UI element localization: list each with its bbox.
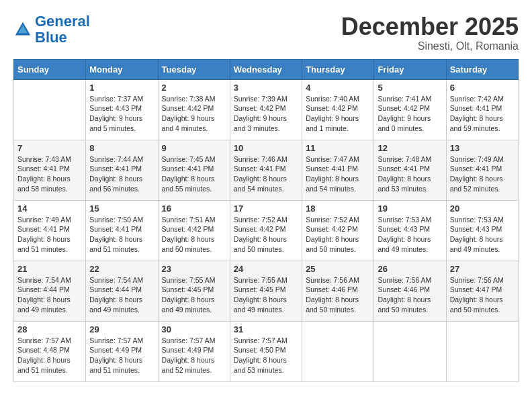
calendar-cell: 9Sunrise: 7:45 AM Sunset: 4:41 PM Daylig… <box>158 140 230 200</box>
week-row-1: 1Sunrise: 7:37 AM Sunset: 4:43 PM Daylig… <box>14 79 519 140</box>
week-row-3: 14Sunrise: 7:49 AM Sunset: 4:41 PM Dayli… <box>14 200 519 261</box>
calendar-cell: 22Sunrise: 7:54 AM Sunset: 4:44 PM Dayli… <box>86 261 158 321</box>
weekday-header-tuesday: Tuesday <box>158 59 230 79</box>
day-number: 25 <box>306 264 370 274</box>
day-number: 30 <box>162 324 226 334</box>
day-info: Sunrise: 7:45 AM Sunset: 4:41 PM Dayligh… <box>162 154 226 194</box>
calendar-cell: 30Sunrise: 7:57 AM Sunset: 4:49 PM Dayli… <box>158 321 230 381</box>
day-info: Sunrise: 7:47 AM Sunset: 4:41 PM Dayligh… <box>306 154 370 194</box>
location: Sinesti, Olt, Romania <box>341 40 519 52</box>
logo-line2: Blue <box>35 29 67 46</box>
day-number: 8 <box>89 143 154 153</box>
calendar-cell: 25Sunrise: 7:56 AM Sunset: 4:46 PM Dayli… <box>302 261 374 321</box>
day-number: 31 <box>234 324 298 334</box>
title-block: December 2025 Sinesti, Olt, Romania <box>341 13 519 52</box>
day-info: Sunrise: 7:53 AM Sunset: 4:43 PM Dayligh… <box>378 215 442 255</box>
logo-text: General Blue <box>35 13 90 46</box>
day-number: 3 <box>234 83 298 93</box>
weekday-header-monday: Monday <box>86 59 158 79</box>
day-number: 24 <box>234 264 298 274</box>
day-info: Sunrise: 7:46 AM Sunset: 4:41 PM Dayligh… <box>234 154 298 194</box>
day-number: 28 <box>17 324 82 334</box>
day-info: Sunrise: 7:54 AM Sunset: 4:44 PM Dayligh… <box>17 275 82 315</box>
day-number: 7 <box>17 143 82 153</box>
day-info: Sunrise: 7:56 AM Sunset: 4:47 PM Dayligh… <box>450 275 515 315</box>
calendar-cell: 23Sunrise: 7:55 AM Sunset: 4:45 PM Dayli… <box>158 261 230 321</box>
weekday-header-sunday: Sunday <box>14 59 86 79</box>
day-number: 16 <box>162 203 226 214</box>
calendar-cell: 26Sunrise: 7:56 AM Sunset: 4:46 PM Dayli… <box>374 261 446 321</box>
calendar-cell: 14Sunrise: 7:49 AM Sunset: 4:41 PM Dayli… <box>14 200 86 261</box>
day-number: 23 <box>162 264 226 274</box>
day-info: Sunrise: 7:42 AM Sunset: 4:41 PM Dayligh… <box>450 94 515 134</box>
calendar-cell: 5Sunrise: 7:41 AM Sunset: 4:42 PM Daylig… <box>374 79 446 140</box>
calendar-cell: 16Sunrise: 7:51 AM Sunset: 4:42 PM Dayli… <box>158 200 230 261</box>
calendar-cell: 18Sunrise: 7:52 AM Sunset: 4:42 PM Dayli… <box>302 200 374 261</box>
day-info: Sunrise: 7:57 AM Sunset: 4:48 PM Dayligh… <box>17 336 82 375</box>
day-number: 11 <box>306 143 370 153</box>
day-info: Sunrise: 7:52 AM Sunset: 4:42 PM Dayligh… <box>234 215 298 255</box>
day-number: 1 <box>89 83 154 93</box>
calendar-cell: 15Sunrise: 7:50 AM Sunset: 4:41 PM Dayli… <box>86 200 158 261</box>
calendar-cell <box>446 321 518 381</box>
day-info: Sunrise: 7:40 AM Sunset: 4:42 PM Dayligh… <box>306 94 370 134</box>
calendar-cell: 31Sunrise: 7:57 AM Sunset: 4:50 PM Dayli… <box>230 321 302 381</box>
day-number: 22 <box>89 264 154 274</box>
week-row-5: 28Sunrise: 7:57 AM Sunset: 4:48 PM Dayli… <box>14 321 519 381</box>
calendar-cell: 2Sunrise: 7:38 AM Sunset: 4:42 PM Daylig… <box>158 79 230 140</box>
day-number: 21 <box>17 264 82 274</box>
day-number: 9 <box>162 143 226 153</box>
calendar-cell: 24Sunrise: 7:55 AM Sunset: 4:45 PM Dayli… <box>230 261 302 321</box>
day-info: Sunrise: 7:55 AM Sunset: 4:45 PM Dayligh… <box>234 275 298 315</box>
day-number: 26 <box>378 264 442 274</box>
calendar-cell <box>374 321 446 381</box>
calendar-cell: 4Sunrise: 7:40 AM Sunset: 4:42 PM Daylig… <box>302 79 374 140</box>
day-info: Sunrise: 7:52 AM Sunset: 4:42 PM Dayligh… <box>306 215 370 255</box>
calendar-cell: 27Sunrise: 7:56 AM Sunset: 4:47 PM Dayli… <box>446 261 518 321</box>
calendar-cell: 21Sunrise: 7:54 AM Sunset: 4:44 PM Dayli… <box>14 261 86 321</box>
calendar-cell: 10Sunrise: 7:46 AM Sunset: 4:41 PM Dayli… <box>230 140 302 200</box>
day-number: 10 <box>234 143 298 153</box>
day-info: Sunrise: 7:50 AM Sunset: 4:41 PM Dayligh… <box>89 215 154 255</box>
day-info: Sunrise: 7:48 AM Sunset: 4:41 PM Dayligh… <box>378 154 442 194</box>
day-info: Sunrise: 7:43 AM Sunset: 4:41 PM Dayligh… <box>17 154 82 194</box>
month-title: December 2025 <box>341 13 519 40</box>
day-info: Sunrise: 7:49 AM Sunset: 4:41 PM Dayligh… <box>450 154 515 194</box>
day-number: 2 <box>162 83 226 93</box>
day-number: 29 <box>89 324 154 334</box>
day-info: Sunrise: 7:57 AM Sunset: 4:49 PM Dayligh… <box>89 336 154 375</box>
day-info: Sunrise: 7:37 AM Sunset: 4:43 PM Dayligh… <box>89 94 154 134</box>
weekday-header-friday: Friday <box>374 59 446 79</box>
day-number: 5 <box>378 83 442 93</box>
day-number: 27 <box>450 264 515 274</box>
day-number: 20 <box>450 203 515 214</box>
day-info: Sunrise: 7:55 AM Sunset: 4:45 PM Dayligh… <box>162 275 226 315</box>
page-header: General Blue December 2025 Sinesti, Olt,… <box>13 13 519 52</box>
calendar-cell: 8Sunrise: 7:44 AM Sunset: 4:41 PM Daylig… <box>86 140 158 200</box>
calendar-cell: 11Sunrise: 7:47 AM Sunset: 4:41 PM Dayli… <box>302 140 374 200</box>
calendar-cell: 7Sunrise: 7:43 AM Sunset: 4:41 PM Daylig… <box>14 140 86 200</box>
weekday-header-row: SundayMondayTuesdayWednesdayThursdayFrid… <box>14 59 519 79</box>
week-row-4: 21Sunrise: 7:54 AM Sunset: 4:44 PM Dayli… <box>14 261 519 321</box>
day-info: Sunrise: 7:44 AM Sunset: 4:41 PM Dayligh… <box>89 154 154 194</box>
day-info: Sunrise: 7:53 AM Sunset: 4:43 PM Dayligh… <box>450 215 515 255</box>
day-info: Sunrise: 7:56 AM Sunset: 4:46 PM Dayligh… <box>306 275 370 315</box>
calendar-cell: 1Sunrise: 7:37 AM Sunset: 4:43 PM Daylig… <box>86 79 158 140</box>
calendar-cell <box>14 79 86 140</box>
day-number: 6 <box>450 83 515 93</box>
calendar-cell: 20Sunrise: 7:53 AM Sunset: 4:43 PM Dayli… <box>446 200 518 261</box>
day-info: Sunrise: 7:51 AM Sunset: 4:42 PM Dayligh… <box>162 215 226 255</box>
day-number: 15 <box>89 203 154 214</box>
day-info: Sunrise: 7:57 AM Sunset: 4:50 PM Dayligh… <box>234 336 298 375</box>
week-row-2: 7Sunrise: 7:43 AM Sunset: 4:41 PM Daylig… <box>14 140 519 200</box>
calendar-table: SundayMondayTuesdayWednesdayThursdayFrid… <box>13 59 519 382</box>
day-info: Sunrise: 7:54 AM Sunset: 4:44 PM Dayligh… <box>89 275 154 315</box>
calendar-cell: 19Sunrise: 7:53 AM Sunset: 4:43 PM Dayli… <box>374 200 446 261</box>
weekday-header-thursday: Thursday <box>302 59 374 79</box>
day-info: Sunrise: 7:39 AM Sunset: 4:42 PM Dayligh… <box>234 94 298 134</box>
calendar-cell <box>302 321 374 381</box>
calendar-cell: 3Sunrise: 7:39 AM Sunset: 4:42 PM Daylig… <box>230 79 302 140</box>
weekday-header-wednesday: Wednesday <box>230 59 302 79</box>
calendar-cell: 12Sunrise: 7:48 AM Sunset: 4:41 PM Dayli… <box>374 140 446 200</box>
weekday-header-saturday: Saturday <box>446 59 518 79</box>
